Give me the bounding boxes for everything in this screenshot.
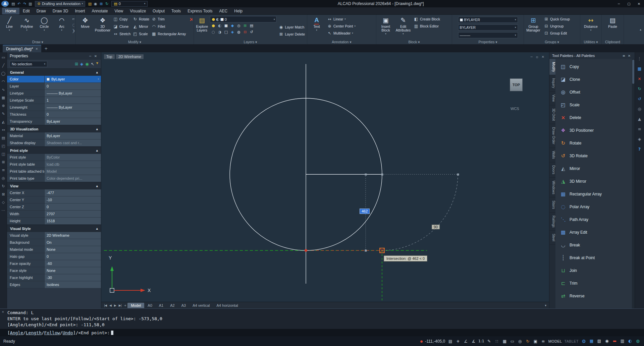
rotate-icon[interactable]: ↻ — [2, 184, 5, 188]
copy-icon[interactable]: ◫ — [2, 152, 5, 156]
viewport-visual-style-control[interactable]: 2D Wireframe — [116, 54, 144, 59]
diamond-icon[interactable]: ◈ — [638, 137, 641, 141]
layout-tab[interactable]: A4 vertical — [189, 303, 213, 308]
wcs-label[interactable]: WCS — [511, 107, 519, 111]
block-tool-button[interactable]: ▣ Insert Block ▾ — [377, 15, 394, 35]
layer-isolate-icon[interactable]: ◍ — [237, 30, 240, 34]
section-visual-style[interactable]: Visual Style▴ — [7, 225, 101, 232]
block-tool-button[interactable]: ▥ Block Editor — [413, 22, 441, 30]
explore-layers-button[interactable]: ▤ Explore Layers — [195, 15, 209, 32]
property-row[interactable]: Print table type Color-dependent pri... — [7, 175, 101, 182]
target-icon[interactable]: ◎ — [638, 107, 641, 111]
draw-tool-button[interactable]: ∿ Polyline ▾ — [18, 15, 35, 32]
list-icon[interactable]: ≡ — [638, 127, 641, 131]
layers-panel-label[interactable]: Layers▾ — [195, 39, 306, 44]
color-dropdown[interactable]: BYLAYER ▾ — [458, 17, 518, 23]
layer-unlock-icon[interactable]: □ — [224, 30, 228, 34]
annotation-tool-button[interactable]: ↔ Linear ▾ — [326, 15, 357, 22]
group-tool-button[interactable]: ⊞ Quick Group — [543, 15, 571, 22]
palette-tab[interactable]: View — [549, 92, 555, 105]
paste-button[interactable]: ▤ Paste — [604, 15, 621, 28]
property-row[interactable]: Material ByLayer — [7, 132, 101, 139]
ribbon-collapse-button[interactable]: ▴ — [637, 28, 644, 31]
dots-icon[interactable]: ⋮ — [638, 56, 642, 61]
stop-red-icon[interactable]: ▬ — [612, 339, 618, 344]
palette-tab[interactable]: 3D Orbit — [549, 105, 555, 124]
hatch-icon[interactable]: ▧ — [596, 339, 602, 344]
linetype-dropdown[interactable]: BYLAYER ▾ — [458, 24, 518, 31]
rectangle-icon[interactable]: ▭ — [71, 17, 74, 22]
property-row[interactable]: Print table attached to Model — [7, 168, 101, 175]
property-row[interactable]: Height 1518 — [7, 218, 101, 225]
property-row[interactable]: Face style None — [7, 267, 101, 274]
group-icon[interactable]: ⊞ — [2, 160, 5, 164]
layer-lock-icon[interactable]: ■ — [224, 23, 228, 28]
property-row[interactable]: Width 2707 — [7, 211, 101, 218]
palette-item[interactable]: × Delete — [555, 111, 632, 124]
grid-icon[interactable]: ▦ — [2, 96, 5, 100]
properties-icon[interactable]: ▭ — [2, 56, 5, 59]
property-row[interactable]: Print style ByColor — [7, 154, 101, 161]
list-icon[interactable]: ≡ — [540, 339, 546, 344]
text-tool-button[interactable]: A Text ▾ — [308, 15, 325, 32]
palette-tab[interactable]: Doors — [549, 162, 555, 178]
layer-previous-icon[interactable]: ↺ — [250, 30, 253, 34]
layout-tab[interactable]: A4 horizontal — [213, 303, 241, 308]
mdi-restore-icon[interactable]: ▫ — [536, 55, 538, 59]
section-print-style[interactable]: Print style▴ — [7, 147, 101, 154]
polyline-icon[interactable]: ∿ — [2, 88, 5, 92]
menu-item[interactable]: Output — [149, 8, 168, 14]
menu-item[interactable]: Edit — [19, 8, 33, 14]
maximize-button[interactable]: ▢ — [624, 0, 634, 7]
command-prompt-part[interactable]: / — [42, 330, 44, 335]
property-row[interactable]: Transparency ByLayer — [7, 118, 101, 125]
layer-tool-button[interactable]: ⊠ Layer Delete — [277, 31, 306, 38]
help-icon[interactable]: ? — [638, 147, 641, 152]
filter-icon[interactable]: ▼ — [96, 62, 98, 66]
polar-tracking-icon[interactable]: ∡ — [471, 339, 476, 344]
snap-icon[interactable]: ∷ — [494, 339, 500, 344]
command-prompt-part[interactable]: [ — [7, 330, 10, 335]
groups-panel-label[interactable]: Groups▾ — [525, 39, 579, 44]
scrollbar-thumb[interactable] — [632, 60, 634, 84]
palette-item[interactable]: ▩ Array Edit — [555, 226, 632, 239]
palette-item[interactable]: ⊏ Trim — [555, 277, 632, 290]
menu-item[interactable]: Annotate — [88, 8, 111, 14]
layer-delete-mini-icon[interactable]: ⊟ — [244, 30, 247, 34]
modify-tool-button[interactable]: ⊘ Trim — [150, 15, 187, 22]
draw-tool-button[interactable]: ◯ Circle ▾ — [36, 15, 53, 32]
layer-plot-icon[interactable]: ◎ — [237, 23, 240, 28]
layout-tab[interactable]: A0 — [144, 303, 155, 308]
palette-tab[interactable]: Inquiry — [549, 75, 555, 92]
palette-scrollbar[interactable] — [632, 59, 635, 308]
block-tool-button[interactable]: ◧ Create Block — [413, 15, 441, 22]
mdi-close-icon[interactable]: ✕ — [542, 55, 544, 59]
erase-button[interactable]: × — [188, 15, 193, 23]
new-file-icon[interactable]: ▤ — [10, 2, 16, 6]
palette-item[interactable]: ┆ Break at Point — [555, 251, 632, 264]
palette-item[interactable]: ◎ Offset — [555, 86, 632, 99]
close-palette-icon[interactable]: ✕ — [627, 54, 632, 58]
property-row[interactable]: Shadow display Shadows cast and r... — [7, 139, 101, 147]
draw-tool-button[interactable]: ◠ Arc ▾ — [53, 15, 70, 32]
menu-item[interactable]: Insert — [71, 8, 88, 14]
last-tab-icon[interactable]: ▶| — [117, 304, 123, 307]
ortho-icon[interactable]: ∠ — [463, 339, 469, 344]
palette-tab[interactable]: Stairs — [549, 197, 555, 213]
lineweight-dropdown[interactable]: ——— ▾ — [458, 32, 518, 38]
minimize-button[interactable]: ─ — [614, 0, 624, 7]
menu-item[interactable]: Express Tools — [184, 8, 216, 14]
close-command-icon[interactable]: × — [2, 310, 4, 313]
palette-item[interactable]: ◡ Break — [555, 239, 632, 251]
viewport-view-control[interactable]: Top — [104, 54, 115, 59]
layer-color-icon[interactable]: ◆ — [231, 23, 234, 28]
property-row[interactable]: Thickness 0 — [7, 111, 101, 118]
palette-item[interactable]: ◪ Clone — [555, 73, 632, 86]
palette-item[interactable]: ❖ 3D Positioner — [555, 124, 632, 137]
property-row[interactable]: Halo gap 0 — [7, 253, 101, 260]
edit-icon[interactable]: ✎ — [2, 112, 5, 116]
grid-icon[interactable]: ▦ — [502, 339, 507, 344]
palette-tab[interactable]: Steel — [549, 231, 555, 245]
annotation-pen-icon[interactable]: ✎ — [486, 339, 492, 344]
auto-refresh-icon[interactable]: ↻ — [525, 339, 531, 344]
